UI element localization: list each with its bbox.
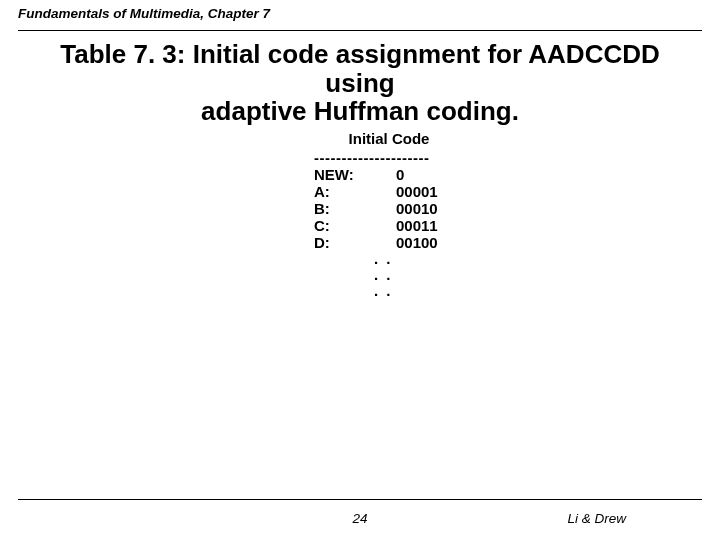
symbol-cell: NEW: [314,166,396,183]
table-row: B: 00010 [314,200,464,217]
ellipsis-row: . . [314,283,464,299]
slide-title: Table 7. 3: Initial code assignment for … [40,40,680,126]
ellipsis-row: . . [314,267,464,283]
code-table: Initial Code --------------------- NEW: … [314,130,464,298]
title-line-2: adaptive Huffman coding. [201,96,519,126]
value-cell: 00010 [396,200,438,217]
bottom-rule [18,499,702,500]
ellipsis-row: . . [314,251,464,267]
symbol-cell: D: [314,234,396,251]
value-cell: 00011 [396,217,438,234]
chapter-label: Fundamentals of Multimedia, Chapter 7 [18,6,270,21]
value-cell: 0 [396,166,404,183]
value-cell: 00100 [396,234,438,251]
table-row: C: 00011 [314,217,464,234]
table-row: A: 00001 [314,183,464,200]
table-row: D: 00100 [314,234,464,251]
symbol-cell: C: [314,217,396,234]
top-rule [18,30,702,31]
symbol-cell: B: [314,200,396,217]
code-header: Initial Code [314,130,464,147]
authors-label: Li & Drew [567,511,626,526]
code-divider: --------------------- [314,149,464,166]
value-cell: 00001 [396,183,438,200]
title-line-1: Table 7. 3: Initial code assignment for … [60,39,660,98]
slide: Fundamentals of Multimedia, Chapter 7 Ta… [0,0,720,540]
symbol-cell: A: [314,183,396,200]
table-row: NEW: 0 [314,166,464,183]
